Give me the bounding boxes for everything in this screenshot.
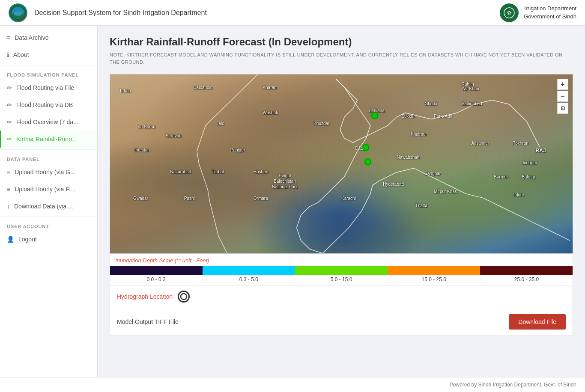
grid-icon-2: ≡ — [7, 186, 10, 193]
map-label-sanghar: Sanghar — [424, 171, 441, 176]
map-label-hyderabad: Hyderabad — [383, 182, 404, 187]
map-label-hingol: HingolBalochistanNational Park — [272, 173, 298, 190]
sidebar: ≡ Data Archive ℹ About FLOOD SIMULATION … — [0, 26, 98, 377]
footer: Powered by Sindh Irrigation Department, … — [0, 377, 585, 392]
pencil-icon-2: ✏ — [7, 101, 12, 108]
zoom-in-button[interactable]: + — [557, 79, 568, 90]
pencil-icon-1: ✏ — [7, 84, 12, 91]
grid-icon-1: ≡ — [7, 169, 10, 175]
legend-labels: 0.0 - 0.3 0.3 - 5.0 5.0 - 15.0 15.0 - 25… — [110, 276, 573, 283]
legend-color-5 — [480, 266, 573, 275]
boundary-lines — [110, 74, 573, 253]
map-label-khairpur: Khairpur — [411, 132, 427, 137]
sidebar-item-flood-routing-db[interactable]: ✏ Flood Routing via DB — [0, 96, 97, 113]
map-label-pokhran: Pokhran — [513, 141, 528, 146]
sidebar-divider-3 — [0, 217, 97, 217]
map-label-pasni: Pasni — [184, 196, 195, 201]
map-controls: + − ⊡ — [557, 79, 568, 114]
map-label-karachi: Karachi — [341, 196, 356, 201]
map-label-pano-aqil: Pano Aqil — [434, 114, 452, 119]
page-title: Kirthar Rainfall-Runoff Forecast (In Dev… — [110, 36, 573, 48]
sidebar-item-upload-hourly-g[interactable]: ≡ Upload Hourly (via G... — [0, 163, 97, 181]
sidebar-item-about[interactable]: ℹ About — [0, 46, 97, 63]
map-label-jodhpur: Jodhpur — [522, 160, 537, 165]
map-container[interactable]: Taftan Dalbandin Kharan RahimYar Khan Gh… — [110, 74, 573, 254]
legend-color-3 — [295, 266, 388, 275]
sidebar-item-kirthar-rainfall[interactable]: ✏ Kirthar Rainfall-Runo... — [0, 131, 97, 148]
page-subtitle: NOTE: KIRTHER FORECAST MODEL AND WARNING… — [110, 51, 573, 65]
zoom-out-button[interactable]: − — [557, 91, 568, 102]
map-background: Taftan Dalbandin Kharan RahimYar Khan Gh… — [110, 74, 573, 253]
map-label-va-suran: Va Suran — [138, 125, 155, 129]
map-label-taftan: Taftan — [119, 89, 131, 93]
data-panel-section-label: DATA PANEL — [0, 151, 97, 163]
sidebar-item-upload-hourly-fi[interactable]: ≡ Upload Hourly (via Fi... — [0, 181, 97, 198]
map-label-washuk: Washuk — [263, 110, 278, 115]
map-label-dalbandin: Dalbandin — [193, 85, 212, 90]
flood-simulation-section-label: FLOOD SIMULATION PANEL — [0, 67, 97, 79]
sidebar-item-data-archive[interactable]: ≡ Data Archive — [0, 29, 97, 46]
main-content: Kirthar Rainfall-Runoff Forecast (In Dev… — [98, 26, 585, 377]
sidebar-divider-1 — [0, 65, 97, 65]
map-label-saravan: Saravan — [166, 134, 182, 138]
map-label-raj: RAJ — [536, 148, 546, 154]
map-label-kharan: Kharan — [263, 85, 276, 90]
map-label-mirpur-khas: Mirpur Khās — [434, 189, 457, 194]
map-label-jalc: Jalc — [216, 121, 224, 126]
map-dot-1[interactable] — [371, 112, 378, 119]
sidebar-item-flood-routing-file[interactable]: ✏ Flood Routing via File — [0, 79, 97, 96]
org-name: Irrigation Department Government of Sind… — [524, 5, 576, 20]
legend-color-2 — [203, 266, 295, 275]
sidebar-divider-2 — [0, 149, 97, 150]
map-dot-3[interactable] — [364, 158, 371, 165]
svg-text:✿: ✿ — [507, 10, 511, 16]
legend-label-4: 15.0 - 25.0 — [388, 276, 480, 283]
header-title: Decision Support System for Sindh Irriga… — [34, 9, 500, 17]
legend-section: Inundation Depth Scale (** unit - Feet) … — [110, 254, 573, 285]
hydrograph-label: Hydrograph Location — [117, 293, 173, 300]
map-label-barmer: Barmer — [494, 175, 508, 179]
sidebar-item-flood-overview[interactable]: ✏ Flood Overview (7 da... — [0, 113, 97, 131]
map-label-balotra: Balotra — [522, 175, 535, 179]
map-label-khuzdar: Khuzdar — [313, 121, 329, 126]
map-label-sukkur: Sukkur — [401, 114, 415, 119]
svg-point-3 — [14, 12, 22, 16]
legend-label-1: 0.0 - 0.3 — [110, 276, 202, 283]
user-account-section-label: USER ACCOUNT — [0, 219, 97, 231]
map-label-ormara: Ormara — [254, 196, 268, 201]
map-label-ghotki: Ghotki — [424, 101, 437, 106]
zoom-reset-button[interactable]: ⊡ — [557, 103, 568, 114]
legend-color-4 — [388, 266, 480, 275]
hydrograph-icon[interactable] — [178, 291, 190, 303]
download-file-button[interactable]: Download File — [509, 314, 566, 330]
footer-text: Powered by Sindh Irrigation Department, … — [450, 382, 576, 388]
map-label-gwadar: Gwadar — [133, 196, 148, 201]
pencil-icon-3: ✏ — [7, 119, 12, 125]
pencil-icon-4: ✏ — [7, 136, 12, 143]
download-icon-sidebar: ↓ — [7, 203, 10, 210]
sidebar-item-logout[interactable]: 👤 Logout — [0, 231, 97, 248]
sidebar-item-download-data[interactable]: ↓ Download Data (via ... — [0, 198, 97, 215]
map-label-sadiqabad: Sadiqabad — [462, 101, 482, 106]
svg-point-7 — [181, 294, 187, 300]
map-label-turbat: Turbat — [212, 169, 224, 174]
hydrograph-section: Hydrograph Location — [110, 285, 573, 308]
legend-title: Inundation Depth Scale (** unit - Feet) — [110, 257, 573, 266]
map-label-jalore: Jalore — [513, 193, 524, 197]
map-label-nawabshah: Nawabshah — [397, 155, 420, 160]
map-label-nazarabad: Nazarabad — [170, 169, 191, 174]
legend-label-2: 0.3 - 5.0 — [202, 276, 295, 283]
legend-color-bar — [110, 266, 573, 275]
map-label-jaisalmer: Jaisalmer — [471, 141, 489, 146]
map-dot-2[interactable] — [362, 144, 369, 151]
header: Decision Support System for Sindh Irriga… — [0, 0, 585, 26]
header-right: ✿ Irrigation Department Government of Si… — [500, 3, 576, 22]
legend-label-5: 25.0 - 35.0 — [480, 276, 573, 283]
app-logo — [9, 3, 27, 22]
map-label-ehrestan: ehrestan — [133, 148, 150, 152]
data-archive-icon: ≡ — [7, 34, 10, 41]
download-section: Model Output TIFF File Download File — [110, 308, 573, 336]
about-icon: ℹ — [7, 51, 9, 58]
user-icon: 👤 — [7, 236, 14, 243]
map-label-hoshab: Hoshab — [254, 169, 268, 174]
